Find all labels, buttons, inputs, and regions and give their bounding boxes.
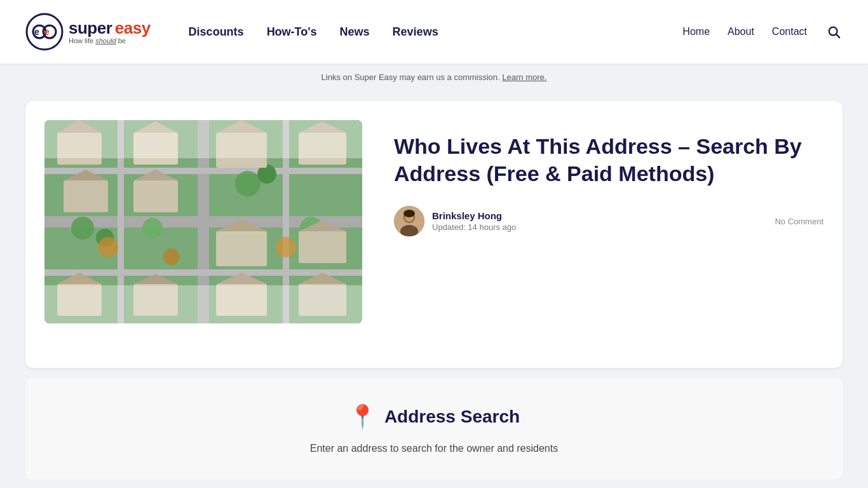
logo-easy: easy [115,18,151,37]
author-updated: Updated: 14 hours ago [432,222,516,232]
svg-point-47 [98,237,118,257]
svg-point-49 [276,237,296,257]
main-navigation: Discounts How-To's News Reviews [189,25,683,39]
svg-point-54 [403,210,415,217]
article-info: Who Lives At This Address – Search By Ad… [394,120,824,236]
author-details: Brinksley Hong Updated: 14 hours ago [432,210,516,232]
svg-rect-31 [216,231,267,266]
no-comment: No Comment [775,217,824,226]
author-row: Brinksley Hong Updated: 14 hours ago No … [394,206,824,236]
svg-rect-45 [44,120,362,158]
affiliate-learn-more[interactable]: Learn more. [502,72,546,82]
affiliate-text: Links on Super Easy may earn us a commis… [322,72,503,82]
article-card: Who Lives At This Address – Search By Ad… [25,101,843,368]
svg-point-48 [163,248,180,265]
svg-rect-46 [44,285,362,323]
nav-howtos[interactable]: How-To's [267,25,317,39]
hero-image [44,120,362,323]
svg-text:e: e [44,27,50,37]
search-button[interactable] [825,23,843,41]
logo-text: super easy How life should be [69,20,151,44]
search-widget-subtitle: Enter an address to search for the owner… [57,443,811,454]
site-header: e e super easy How life should be Discou… [0,0,868,64]
nav-contact[interactable]: Contact [772,26,807,37]
svg-point-24 [142,218,163,238]
svg-rect-35 [299,231,346,263]
svg-line-6 [836,34,839,37]
affiliate-banner: Links on Super Easy may earn us a commis… [0,64,868,91]
article-title: Who Lives At This Address – Search By Ad… [394,133,824,187]
article-hero: Who Lives At This Address – Search By Ad… [44,120,824,323]
nav-news[interactable]: News [340,25,370,39]
author-name: Brinksley Hong [432,210,516,221]
logo-icon: e e [25,13,64,51]
search-widget-title: Address Search [384,407,520,427]
author-avatar [394,206,424,236]
svg-text:e: e [34,27,39,37]
logo-tagline: How life should be [69,37,151,44]
nav-about[interactable]: About [728,26,754,37]
svg-point-25 [235,171,261,196]
nav-discounts[interactable]: Discounts [189,25,244,39]
author-info: Brinksley Hong Updated: 14 hours ago [394,206,516,236]
svg-rect-16 [64,180,108,212]
svg-rect-20 [133,180,178,212]
secondary-navigation: Home About Contact [682,23,843,41]
address-search-widget: 📍 Address Search Enter an address to sea… [25,378,843,480]
logo[interactable]: e e super easy How life should be [25,13,151,51]
nav-reviews[interactable]: Reviews [393,25,438,39]
map-pin-icon: 📍 [348,403,377,430]
nav-home[interactable]: Home [682,26,710,37]
logo-super: super [69,18,112,37]
svg-point-22 [71,217,94,240]
search-widget-header: 📍 Address Search [57,403,811,430]
